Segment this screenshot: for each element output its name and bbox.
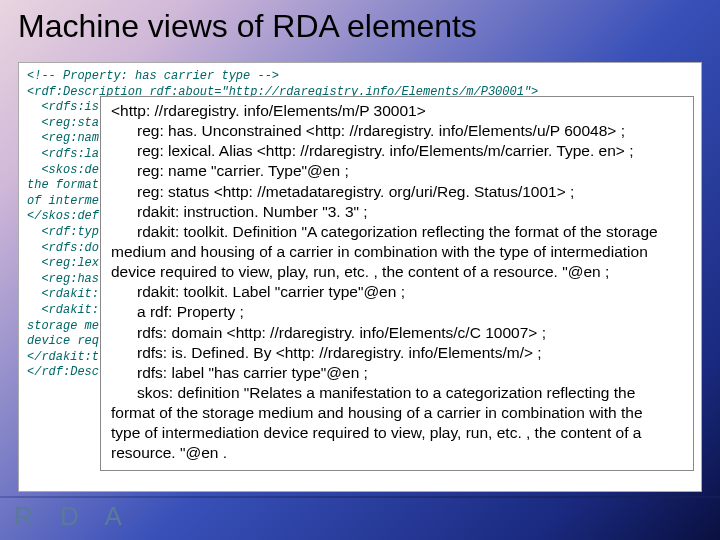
ov-l14: rdfs: label "has carrier type"@en ;	[111, 363, 683, 383]
ov-l1: <http: //rdaregistry. info/Elements/m/P …	[111, 101, 683, 121]
ov-l11: a rdf: Property ;	[111, 302, 683, 322]
ov-l12: rdfs: domain <http: //rdaregistry. info/…	[111, 323, 683, 343]
ov-l3: reg: lexical. Alias <http: //rdaregistry…	[111, 141, 683, 161]
slide-title: Machine views of RDA elements	[18, 8, 477, 45]
turtle-overlay-box: <http: //rdaregistry. info/Elements/m/P …	[100, 96, 694, 471]
ov-l5: reg: status <http: //metadataregistry. o…	[111, 182, 683, 202]
ov-l7: rdakit: toolkit. Definition "A categoriz…	[111, 222, 683, 242]
ov-l9: device required to view, play, run, etc.…	[111, 262, 683, 282]
ov-l18: resource. "@en .	[111, 443, 683, 463]
ov-l4: reg: name "carrier. Type"@en ;	[111, 161, 683, 181]
footer-divider	[0, 496, 720, 498]
ov-l8: medium and housing of a carrier in combi…	[111, 242, 683, 262]
ov-l2: reg: has. Unconstrained <http: //rdaregi…	[111, 121, 683, 141]
rda-logo: R D A	[14, 501, 132, 532]
ov-l13: rdfs: is. Defined. By <http: //rdaregist…	[111, 343, 683, 363]
ov-l15: skos: definition "Relates a manifestatio…	[111, 383, 683, 403]
ov-l6: rdakit: instruction. Number "3. 3" ;	[111, 202, 683, 222]
ov-l17: type of intermediation device required t…	[111, 423, 683, 443]
ov-l10: rdakit: toolkit. Label "carrier type"@en…	[111, 282, 683, 302]
ov-l16: format of the storage medium and housing…	[111, 403, 683, 423]
